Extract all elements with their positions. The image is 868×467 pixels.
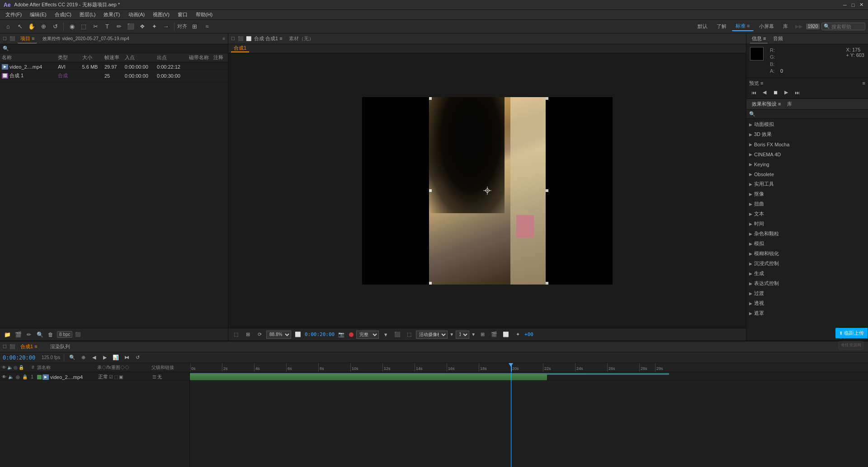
col-framerate-header[interactable]: 帧速率 (103, 54, 123, 61)
col-in-header[interactable]: 入点 (123, 54, 155, 61)
project-file-row-1[interactable]: ▶ video_2....mp4 AVI 5.6 MB 29.97 0:00:0… (0, 62, 228, 71)
layer-switch-fx[interactable]: ☑ (109, 374, 113, 379)
preview-play-btn[interactable]: ▶ (782, 89, 791, 97)
project-comp-row-1[interactable]: ⬜ 合成 1 合成 25 0:00:00:00 0:00:30:00 (0, 71, 228, 80)
effect-cat-time[interactable]: ▶ 时间 (746, 219, 868, 229)
tool-puppet[interactable]: ❖ (137, 22, 148, 32)
effect-cat-distort[interactable]: ▶ 扭曲 (746, 199, 868, 209)
minimize-button[interactable]: ─ (842, 2, 848, 8)
view-count-arrow[interactable]: ▼ (471, 332, 476, 337)
new-comp-icon[interactable]: 🎬 (14, 330, 23, 339)
timeline-current-time[interactable]: 0:00:20:00 (3, 355, 39, 361)
motion-btn[interactable]: ≈ (202, 22, 212, 32)
menu-edit[interactable]: 编辑(E) (26, 10, 50, 19)
menu-file[interactable]: 文件(F) (2, 10, 25, 19)
effect-cat-obsolete[interactable]: ▶ Obsolete (746, 169, 868, 179)
workspace-default[interactable]: 默认 (694, 22, 711, 31)
layer-vis-eye[interactable]: 👁 (1, 374, 7, 381)
zoom-select[interactable]: 88.8% 100% 50% (266, 331, 291, 339)
viewer-3d-btn[interactable]: ⟳ (255, 330, 264, 340)
col-size-header[interactable]: 大小 (80, 54, 103, 61)
audio-tab[interactable]: 音频 (771, 34, 785, 43)
layer-parent-value-1[interactable]: 无 (157, 374, 162, 380)
menu-help[interactable]: 帮助(H) (192, 10, 216, 19)
effect-cat-matte[interactable]: ▶ 遮罩 (746, 308, 868, 318)
project-search-input[interactable] (9, 46, 225, 51)
layer-vis-audio[interactable]: 🔈 (8, 374, 14, 381)
menu-effect[interactable]: 效果(T) (100, 10, 123, 19)
col-tape-header[interactable]: 磁带名称 (187, 54, 212, 61)
toggle-transparency[interactable]: ⬚ (231, 330, 241, 340)
layer-name-header[interactable]: 源名称 (37, 364, 97, 371)
layer-controls-btn[interactable]: ⬜ (501, 330, 511, 340)
preview-last-btn[interactable]: ⏭ (793, 89, 802, 97)
upload-button[interactable]: ⬆ 临距上传 (835, 328, 868, 338)
effect-cat-transition[interactable]: ▶ 过渡 (746, 289, 868, 299)
snapshot-btn[interactable]: 📷 (336, 330, 346, 340)
effect-cat-motion[interactable]: ▶ 动面模拟 (746, 120, 868, 130)
tool-camera[interactable]: ◉ (66, 22, 77, 32)
timeline-comp-tab[interactable]: 合成1 ≡ (18, 342, 40, 351)
new-folder-icon[interactable]: 📁 (3, 330, 12, 339)
info-tab[interactable]: 信息 ≡ (750, 34, 768, 43)
toggle-info-btn[interactable]: ⊞ (477, 330, 487, 340)
layer-name-1[interactable]: video_2....mp4 (49, 374, 98, 380)
view-count-select[interactable]: 1个 (456, 331, 469, 339)
fast-preview-btn[interactable]: ⬛ (392, 330, 402, 340)
maximize-button[interactable]: □ (850, 2, 856, 8)
effect-cat-3d[interactable]: ▶ 3D 效果 (746, 130, 868, 140)
workspace-learn[interactable]: 了解 (713, 22, 730, 31)
viewer-grid-btn[interactable]: ⊞ (243, 330, 253, 340)
camera-menu[interactable]: ▼ (449, 332, 454, 337)
layer-switch-motion-blur[interactable]: ▣ (119, 374, 123, 379)
col-name-header[interactable]: 名称 (0, 54, 56, 61)
effect-cat-expression[interactable]: ▶ 表达式控制 (746, 279, 868, 289)
search-project-icon[interactable]: 🔍 (35, 330, 44, 339)
preview-first-btn[interactable]: ⏮ (749, 89, 758, 97)
video-clip-bar-1[interactable] (190, 374, 547, 380)
workspace-small[interactable]: 小屏幕 (755, 22, 778, 31)
workspace-library[interactable]: 库 (779, 22, 792, 31)
layer-mode-1[interactable]: 正常 (98, 374, 108, 380)
effect-cat-simulate[interactable]: ▶ 模拟 (746, 239, 868, 249)
quality-select[interactable]: 完整 1/2 1/4 (356, 331, 379, 339)
effect-cat-blur[interactable]: ▶ 模糊和锐化 (746, 249, 868, 259)
effects-search-input[interactable] (757, 111, 865, 117)
library-tab[interactable]: 库 (785, 100, 794, 108)
tool-roto[interactable]: → (160, 22, 171, 32)
gizmo-btn[interactable]: ✦ (513, 330, 523, 340)
tool-rect[interactable]: ⬚ (78, 22, 89, 32)
render-btn[interactable]: 🎬 (489, 330, 499, 340)
effect-controls-tab[interactable]: 效果控件 video_2020-05-27_07-05-19.mp4 (40, 35, 132, 43)
effect-cat-cinema4d[interactable]: ▶ CINEMA 4D (746, 149, 868, 159)
tool-zoom[interactable]: ⊕ (38, 22, 49, 32)
effect-cat-keying2[interactable]: ▶ 抠像 (746, 189, 868, 199)
quality-menu-btn[interactable]: ▼ (381, 330, 391, 340)
layer-switch-3d[interactable]: ⬚ (114, 374, 118, 379)
delete-icon[interactable]: 🗑 (46, 330, 55, 339)
tl-btn-1[interactable]: 🔍 (68, 353, 77, 362)
current-time-display[interactable]: 0:00:20:00 (305, 332, 335, 337)
col-out-header[interactable]: 出点 (155, 54, 187, 61)
tool-hand[interactable]: ✋ (26, 22, 37, 32)
tl-graph-btn[interactable]: 📊 (111, 353, 120, 362)
col-note-header[interactable]: 注释 (212, 54, 228, 61)
viewer-content[interactable] (228, 53, 746, 328)
panel-menu-icon[interactable]: ≡ (222, 36, 225, 41)
menu-animation[interactable]: 动画(A) (125, 10, 149, 19)
align-btn[interactable]: ⊞ (189, 22, 200, 32)
preview-prev-btn[interactable]: ◀ (760, 89, 769, 97)
tool-text[interactable]: T (102, 22, 113, 32)
col-type-header[interactable]: 类型 (56, 54, 80, 61)
camera-select[interactable]: 活动摄像机 (416, 331, 448, 339)
project-tab[interactable]: 项目 ≡ (18, 34, 37, 43)
edit-icon[interactable]: ✏ (24, 330, 33, 339)
help-search-box[interactable]: 🔍 (821, 23, 865, 30)
region-btn[interactable]: ⬚ (404, 330, 414, 340)
effect-cat-generate[interactable]: ▶ 生成 (746, 269, 868, 279)
preview-menu-icon[interactable]: ≡ (863, 80, 865, 86)
tool-rotate[interactable]: ↺ (50, 22, 61, 32)
menu-view[interactable]: 视图(V) (149, 10, 173, 19)
help-search-input[interactable] (831, 24, 863, 29)
comp-tab-1[interactable]: 合成1 (231, 45, 249, 52)
